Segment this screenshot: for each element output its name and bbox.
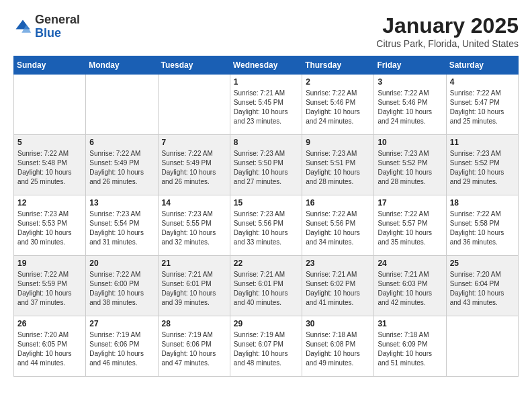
day-info: Sunrise: 7:23 AMSunset: 5:53 PMDaylight:…: [17, 210, 82, 247]
day-info: Sunrise: 7:21 AMSunset: 6:01 PMDaylight:…: [162, 270, 226, 308]
weekday-header: Saturday: [446, 56, 518, 75]
calendar-cell: 9Sunrise: 7:23 AMSunset: 5:51 PMDaylight…: [302, 135, 374, 195]
calendar-cell: 8Sunrise: 7:23 AMSunset: 5:50 PMDaylight…: [230, 135, 302, 195]
day-info: Sunrise: 7:21 AMSunset: 6:03 PMDaylight:…: [378, 270, 442, 308]
calendar-week-row: 12Sunrise: 7:23 AMSunset: 5:53 PMDayligh…: [14, 195, 519, 256]
day-number: 28: [162, 319, 226, 328]
calendar-cell: [86, 75, 158, 135]
calendar-cell: 17Sunrise: 7:22 AMSunset: 5:57 PMDayligh…: [374, 195, 446, 256]
day-info: Sunrise: 7:22 AMSunset: 5:49 PMDaylight:…: [162, 149, 226, 187]
day-info: Sunrise: 7:22 AMSunset: 5:56 PMDaylight:…: [306, 210, 370, 247]
location: Citrus Park, Florida, United States: [376, 38, 519, 49]
logo-icon: [13, 17, 32, 36]
calendar-cell: 12Sunrise: 7:23 AMSunset: 5:53 PMDayligh…: [14, 195, 86, 256]
day-info: Sunrise: 7:22 AMSunset: 6:00 PMDaylight:…: [89, 270, 154, 308]
calendar-cell: 11Sunrise: 7:23 AMSunset: 5:52 PMDayligh…: [446, 135, 518, 195]
weekday-header: Monday: [86, 56, 158, 75]
calendar-week-row: 1Sunrise: 7:21 AMSunset: 5:45 PMDaylight…: [14, 75, 519, 135]
day-info: Sunrise: 7:22 AMSunset: 5:57 PMDaylight:…: [378, 210, 442, 247]
day-info: Sunrise: 7:22 AMSunset: 5:46 PMDaylight:…: [378, 89, 442, 126]
calendar-cell: 5Sunrise: 7:22 AMSunset: 5:48 PMDaylight…: [14, 135, 86, 195]
weekday-header: Wednesday: [230, 56, 302, 75]
day-number: 14: [162, 198, 226, 208]
calendar-cell: 28Sunrise: 7:19 AMSunset: 6:06 PMDayligh…: [158, 316, 230, 377]
day-number: 7: [162, 138, 226, 147]
day-info: Sunrise: 7:23 AMSunset: 5:50 PMDaylight:…: [234, 149, 298, 187]
day-number: 31: [378, 319, 442, 328]
calendar-cell: 18Sunrise: 7:22 AMSunset: 5:58 PMDayligh…: [446, 195, 518, 256]
day-info: Sunrise: 7:22 AMSunset: 5:48 PMDaylight:…: [17, 149, 82, 187]
day-info: Sunrise: 7:23 AMSunset: 5:54 PMDaylight:…: [89, 210, 154, 247]
logo-blue-text: Blue: [35, 26, 61, 40]
calendar-cell: 29Sunrise: 7:19 AMSunset: 6:07 PMDayligh…: [230, 316, 302, 377]
calendar-cell: 25Sunrise: 7:20 AMSunset: 6:04 PMDayligh…: [446, 256, 518, 316]
calendar-cell: 6Sunrise: 7:22 AMSunset: 5:49 PMDaylight…: [86, 135, 158, 195]
weekday-header: Thursday: [302, 56, 374, 75]
day-number: 23: [306, 259, 370, 268]
calendar-week-row: 5Sunrise: 7:22 AMSunset: 5:48 PMDaylight…: [14, 135, 519, 195]
day-number: 4: [450, 77, 515, 87]
day-info: Sunrise: 7:22 AMSunset: 5:47 PMDaylight:…: [450, 89, 515, 126]
day-number: 10: [378, 138, 442, 147]
page-header: General Blue January 2025 Citrus Park, F…: [13, 13, 519, 49]
calendar-cell: 30Sunrise: 7:18 AMSunset: 6:08 PMDayligh…: [302, 316, 374, 377]
day-number: 26: [17, 319, 82, 328]
day-info: Sunrise: 7:22 AMSunset: 5:49 PMDaylight:…: [89, 149, 154, 187]
month-title: January 2025: [376, 13, 519, 38]
day-number: 19: [17, 259, 82, 268]
day-info: Sunrise: 7:20 AMSunset: 6:04 PMDaylight:…: [450, 270, 515, 308]
logo: General Blue: [13, 13, 80, 40]
day-number: 30: [306, 319, 370, 328]
weekday-header: Tuesday: [158, 56, 230, 75]
day-info: Sunrise: 7:22 AMSunset: 5:58 PMDaylight:…: [450, 210, 515, 247]
day-number: 21: [162, 259, 226, 268]
day-number: 1: [234, 77, 298, 87]
weekday-header-row: SundayMondayTuesdayWednesdayThursdayFrid…: [14, 56, 519, 75]
day-info: Sunrise: 7:21 AMSunset: 6:01 PMDaylight:…: [234, 270, 298, 308]
calendar-week-row: 19Sunrise: 7:22 AMSunset: 5:59 PMDayligh…: [14, 256, 519, 316]
day-number: 25: [450, 259, 515, 268]
calendar-cell: 16Sunrise: 7:22 AMSunset: 5:56 PMDayligh…: [302, 195, 374, 256]
day-info: Sunrise: 7:21 AMSunset: 5:45 PMDaylight:…: [234, 89, 298, 126]
calendar-cell: 31Sunrise: 7:18 AMSunset: 6:09 PMDayligh…: [374, 316, 446, 377]
calendar-cell: [158, 75, 230, 135]
calendar-week-row: 26Sunrise: 7:20 AMSunset: 6:05 PMDayligh…: [14, 316, 519, 377]
weekday-header: Friday: [374, 56, 446, 75]
calendar-cell: 22Sunrise: 7:21 AMSunset: 6:01 PMDayligh…: [230, 256, 302, 316]
day-number: 15: [234, 198, 298, 208]
calendar-cell: 2Sunrise: 7:22 AMSunset: 5:46 PMDaylight…: [302, 75, 374, 135]
calendar-cell: 21Sunrise: 7:21 AMSunset: 6:01 PMDayligh…: [158, 256, 230, 316]
day-info: Sunrise: 7:23 AMSunset: 5:56 PMDaylight:…: [234, 210, 298, 247]
calendar-cell: 15Sunrise: 7:23 AMSunset: 5:56 PMDayligh…: [230, 195, 302, 256]
calendar-cell: 1Sunrise: 7:21 AMSunset: 5:45 PMDaylight…: [230, 75, 302, 135]
day-number: 8: [234, 138, 298, 147]
calendar-cell: [14, 75, 86, 135]
day-number: 27: [89, 319, 154, 328]
calendar-table: SundayMondayTuesdayWednesdayThursdayFrid…: [13, 56, 519, 377]
day-number: 24: [378, 259, 442, 268]
day-info: Sunrise: 7:23 AMSunset: 5:51 PMDaylight:…: [306, 149, 370, 187]
day-number: 2: [306, 77, 370, 87]
day-number: 9: [306, 138, 370, 147]
logo-general-text: General: [35, 13, 80, 26]
calendar-cell: 10Sunrise: 7:23 AMSunset: 5:52 PMDayligh…: [374, 135, 446, 195]
day-info: Sunrise: 7:18 AMSunset: 6:08 PMDaylight:…: [306, 330, 370, 368]
calendar-cell: 7Sunrise: 7:22 AMSunset: 5:49 PMDaylight…: [158, 135, 230, 195]
day-number: 29: [234, 319, 298, 328]
calendar-cell: 14Sunrise: 7:23 AMSunset: 5:55 PMDayligh…: [158, 195, 230, 256]
calendar-cell: [446, 316, 518, 377]
day-info: Sunrise: 7:23 AMSunset: 5:55 PMDaylight:…: [162, 210, 226, 247]
day-info: Sunrise: 7:18 AMSunset: 6:09 PMDaylight:…: [378, 330, 442, 368]
day-number: 20: [89, 259, 154, 268]
day-info: Sunrise: 7:20 AMSunset: 6:05 PMDaylight:…: [17, 330, 82, 368]
calendar-cell: 3Sunrise: 7:22 AMSunset: 5:46 PMDaylight…: [374, 75, 446, 135]
day-info: Sunrise: 7:19 AMSunset: 6:06 PMDaylight:…: [89, 330, 154, 368]
day-number: 6: [89, 138, 154, 147]
day-info: Sunrise: 7:19 AMSunset: 6:06 PMDaylight:…: [162, 330, 226, 368]
day-number: 13: [89, 198, 154, 208]
day-number: 16: [306, 198, 370, 208]
day-number: 22: [234, 259, 298, 268]
day-info: Sunrise: 7:22 AMSunset: 5:46 PMDaylight:…: [306, 89, 370, 126]
calendar-cell: 27Sunrise: 7:19 AMSunset: 6:06 PMDayligh…: [86, 316, 158, 377]
day-number: 11: [450, 138, 515, 147]
